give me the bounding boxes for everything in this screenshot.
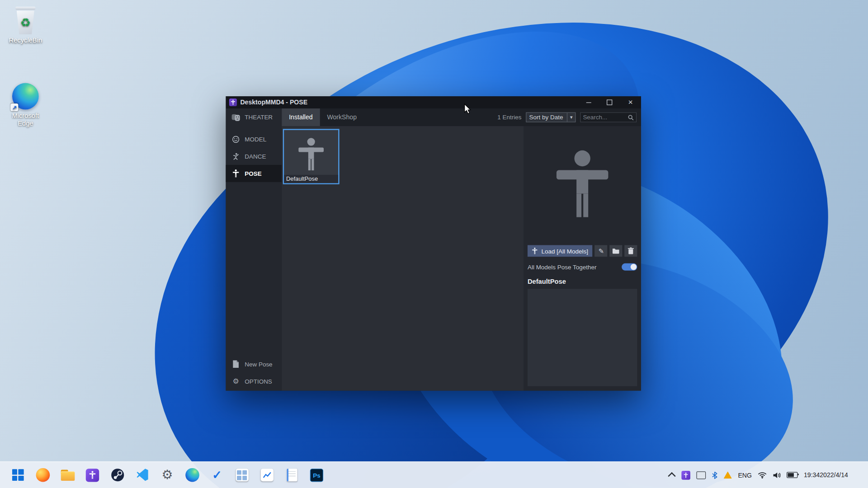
taskbar-steam-button[interactable] xyxy=(106,464,128,486)
options-button[interactable]: ⚙ OPTIONS xyxy=(226,372,282,389)
taskbar-todo-button[interactable]: ✓ xyxy=(206,464,228,486)
tray-bluetooth[interactable] xyxy=(712,471,717,479)
app-logo-icon xyxy=(229,99,237,106)
desktop-icon-recycle-bin[interactable]: ♻ RecycleBin xyxy=(3,5,47,44)
bluetooth-icon xyxy=(712,471,717,479)
sort-dropdown[interactable]: Sort by Date ▾ xyxy=(526,113,576,122)
load-button-label: Load [All Models] xyxy=(542,248,588,254)
folder-icon xyxy=(613,248,620,254)
tray-battery[interactable] xyxy=(787,472,797,478)
warning-icon xyxy=(724,471,732,479)
dancer-icon xyxy=(231,152,241,160)
sidebar-item-label: OPTIONS xyxy=(245,378,272,385)
taskbar-app-window-button[interactable] xyxy=(231,464,253,486)
trash-icon xyxy=(628,247,634,254)
all-models-pose-together-toggle[interactable] xyxy=(622,263,637,271)
pose-figure-icon xyxy=(532,247,538,254)
pose-card-defaultpose[interactable]: DefaultPose xyxy=(283,129,340,184)
desktop: ♻ RecycleBin ↗ Microsoft Edge DesktopMMD… xyxy=(0,0,868,488)
sidebar-group: MODEL DANCE POSE xyxy=(226,131,282,182)
windows-start-icon xyxy=(12,469,24,481)
taskbar-vscode-button[interactable] xyxy=(131,464,153,486)
tab-label: Installed xyxy=(289,114,312,121)
taskbar-firefox-button[interactable] xyxy=(32,464,54,486)
battery-icon xyxy=(787,472,797,478)
steam-icon xyxy=(110,468,124,482)
edit-button[interactable]: ✎ xyxy=(595,245,608,257)
vscode-icon xyxy=(136,468,149,482)
entries-count: 1 Entries xyxy=(497,114,521,121)
tab-label: WorkShop xyxy=(327,114,356,121)
sidebar-item-dance[interactable]: DANCE xyxy=(226,148,282,165)
taskbar-performance-button[interactable] xyxy=(256,464,278,486)
tray-display[interactable] xyxy=(697,471,706,479)
tpose-figure-icon xyxy=(554,144,611,225)
close-button[interactable]: ✕ xyxy=(620,96,641,108)
tab-workshop[interactable]: WorkShop xyxy=(320,108,364,126)
delete-button[interactable] xyxy=(624,245,637,257)
sidebar-item-model[interactable]: MODEL xyxy=(226,131,282,148)
search-box[interactable] xyxy=(580,113,637,122)
tray-wifi[interactable] xyxy=(758,472,767,479)
sidebar: THEATER MODEL DANCE xyxy=(226,108,282,390)
shortcut-arrow-icon: ↗ xyxy=(10,103,18,111)
sidebar-item-theater[interactable]: THEATER xyxy=(226,108,282,126)
sidebar-item-pose[interactable]: POSE xyxy=(226,165,282,182)
search-input[interactable] xyxy=(583,114,627,121)
sidebar-bottom: New Pose ⚙ OPTIONS xyxy=(226,355,282,390)
gear-icon: ⚙ xyxy=(161,469,173,481)
pose-grid: DefaultPose xyxy=(282,126,524,390)
taskbar-notebook-button[interactable] xyxy=(281,464,303,486)
main-area: Installed WorkShop 1 Entries Sort by Dat… xyxy=(282,108,641,390)
notebook-icon xyxy=(287,469,297,481)
minimize-icon xyxy=(586,102,591,103)
theater-masks-icon xyxy=(231,114,241,121)
speaker-icon xyxy=(773,472,780,479)
header-bar: Installed WorkShop 1 Entries Sort by Dat… xyxy=(282,108,641,126)
taskbar-file-explorer-button[interactable] xyxy=(57,464,79,486)
toggle-knob xyxy=(631,264,637,270)
chevron-up-icon xyxy=(668,472,676,479)
search-icon xyxy=(628,114,634,120)
chart-icon xyxy=(260,469,273,481)
taskbar-settings-button[interactable]: ⚙ xyxy=(156,464,178,486)
screen: ♻ RecycleBin ↗ Microsoft Edge DesktopMMD… xyxy=(0,0,868,488)
tray-desktopmmd[interactable] xyxy=(682,470,691,479)
language-indicator[interactable]: ENG xyxy=(738,472,752,479)
pose-description-box xyxy=(528,289,637,386)
taskbar-edge-button[interactable] xyxy=(181,464,203,486)
header-toolbar: 1 Entries Sort by Date ▾ xyxy=(497,113,637,122)
desktop-icon-label: Microsoft Edge xyxy=(3,112,47,127)
tray-night-mode[interactable] xyxy=(854,471,862,479)
app-window-desktopmmd4: DesktopMMD4 - POSE ✕ THEATER xyxy=(226,96,641,390)
tray-volume[interactable] xyxy=(773,472,780,479)
smiley-face-icon xyxy=(231,135,241,143)
check-icon: ✓ xyxy=(212,469,222,481)
window-titlebar[interactable]: DesktopMMD4 - POSE ✕ xyxy=(226,96,641,108)
desktopmmd-tray-icon xyxy=(682,470,691,479)
content-row: DefaultPose Load [All Models] xyxy=(282,126,641,390)
new-pose-button[interactable]: New Pose xyxy=(226,355,282,372)
tray-warning[interactable] xyxy=(724,471,732,479)
minimize-button[interactable] xyxy=(578,96,599,108)
selected-pose-name: DefaultPose xyxy=(528,278,637,286)
window-controls: ✕ xyxy=(578,96,641,108)
window-title: DesktopMMD4 - POSE xyxy=(240,99,307,106)
tray-chevron-up[interactable] xyxy=(670,472,675,478)
recycle-bin-lid xyxy=(15,7,35,10)
taskbar-clock[interactable]: 19:34 2022/4/14 xyxy=(804,471,848,479)
tab-installed[interactable]: Installed xyxy=(282,108,320,126)
maximize-icon xyxy=(607,99,612,105)
system-tray: ENG 19:34 2022/4/14 xyxy=(670,470,863,479)
recycle-bin-icon: ♻ xyxy=(12,5,39,34)
new-document-icon xyxy=(231,360,241,368)
desktop-icon-microsoft-edge[interactable]: ↗ Microsoft Edge xyxy=(3,83,47,127)
firefox-icon xyxy=(36,468,50,482)
taskbar-start-button[interactable] xyxy=(7,464,29,486)
maximize-button[interactable] xyxy=(599,96,620,108)
taskbar-photoshop-button[interactable]: Ps xyxy=(306,464,328,486)
open-folder-button[interactable] xyxy=(609,245,622,257)
taskbar-desktopmmd-button[interactable] xyxy=(81,464,104,486)
mouse-cursor xyxy=(464,103,471,114)
load-button[interactable]: Load [All Models] xyxy=(528,245,593,257)
